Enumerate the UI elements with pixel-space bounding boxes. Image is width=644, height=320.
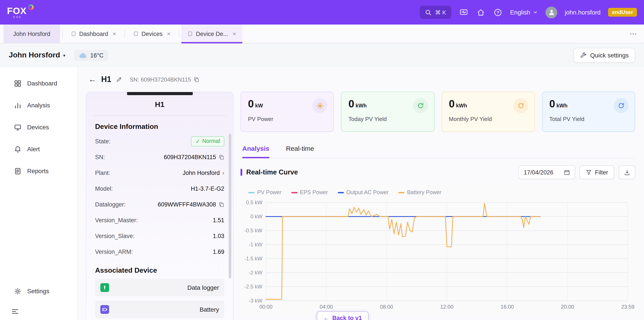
svg-text:0 kW: 0 kW xyxy=(250,213,262,219)
plant-name: John Horsford xyxy=(9,51,60,60)
close-tab-icon[interactable]: × xyxy=(167,30,170,37)
wrench-icon xyxy=(580,52,586,59)
tab-plant-label: John Horsford xyxy=(13,31,50,37)
tab-label: Device De... xyxy=(196,31,228,37)
date-value: 17/04/2026 xyxy=(524,169,553,176)
quick-settings-button[interactable]: Quick settings xyxy=(574,48,635,63)
back-to-v1-button[interactable]: ← Back to v1 xyxy=(317,311,368,320)
associated-datalogger-row[interactable]: Data logger xyxy=(95,279,224,296)
stat-card-monthly-yield: 0kWh Monthly PV Yield xyxy=(442,92,535,132)
realtime-curve-chart[interactable]: PV PowerEPS PowerOutput AC PowerBattery … xyxy=(240,185,635,315)
sidebar-item-analysis[interactable]: Analysis xyxy=(0,94,78,116)
tab-separator xyxy=(124,30,125,38)
info-row-version-slave: Version_Slave: 1.03 xyxy=(95,228,224,244)
device-sn-label: SN: 609H37204BKN115 xyxy=(130,76,191,83)
filter-button[interactable]: Filter xyxy=(580,165,614,179)
legend-item-pv-power[interactable]: PV Power xyxy=(248,189,282,195)
document-icon xyxy=(14,167,22,175)
device-title: H1 xyxy=(101,75,111,84)
legend-swatch xyxy=(338,192,344,193)
info-label: SN: xyxy=(95,154,105,160)
logo-subtext: ESS xyxy=(13,16,26,19)
plant-selector[interactable]: John Horsford ▾ xyxy=(9,51,65,60)
date-picker[interactable]: 17/04/2026 xyxy=(518,165,575,179)
chevron-right-icon[interactable]: › xyxy=(222,169,224,176)
user-avatar[interactable] xyxy=(546,6,558,18)
tab-real-time[interactable]: Real-time xyxy=(286,145,314,158)
associated-device-heading: Associated Device xyxy=(95,266,224,274)
curve-plot[interactable]: 0.5 kW0 kW-0.5 kW-1 kW-1.5 kW-2 kW-2.5 k… xyxy=(240,196,635,315)
sidebar-item-settings[interactable]: Settings xyxy=(0,280,78,302)
svg-text:12:00: 12:00 xyxy=(440,304,454,310)
curve-title-group: Real-time Curve xyxy=(240,168,298,176)
info-row-plant[interactable]: Plant: John Horsford › xyxy=(95,165,224,181)
legend-swatch xyxy=(398,192,404,193)
svg-text:-2 kW: -2 kW xyxy=(248,270,262,275)
close-tab-icon[interactable]: × xyxy=(112,30,116,37)
info-label: Version_ARM: xyxy=(95,248,133,255)
legend-swatch xyxy=(291,192,297,193)
foxess-logo[interactable]: FOX ESS xyxy=(7,6,34,19)
sidebar-item-dashboard[interactable]: Dashboard xyxy=(0,72,78,94)
copy-icon[interactable] xyxy=(194,77,199,82)
info-value: 609H37204BKN115 xyxy=(164,154,224,160)
associated-device-label: Battery xyxy=(200,306,219,313)
legend-item-battery-power[interactable]: Battery Power xyxy=(398,189,442,195)
sidebar-item-alert[interactable]: Alert xyxy=(0,138,78,160)
svg-text:08:00: 08:00 xyxy=(380,304,393,310)
inverter-model-name: H1 xyxy=(95,100,224,109)
tab-analysis[interactable]: Analysis xyxy=(242,145,269,158)
language-selector[interactable]: English xyxy=(510,9,538,16)
stat-label: Monthly PV Yield xyxy=(449,116,528,122)
info-label: Plant: xyxy=(95,169,110,176)
tab-label: Dashboard xyxy=(79,31,108,37)
filter-label: Filter xyxy=(595,169,608,176)
tab-device-detail[interactable]: Device De... × xyxy=(181,25,242,43)
check-icon: ✓ xyxy=(196,138,200,144)
download-button[interactable] xyxy=(618,165,635,179)
sidebar-item-label: Devices xyxy=(27,124,49,131)
home-icon[interactable] xyxy=(476,8,486,17)
tab-dashboard[interactable]: Dashboard × xyxy=(65,25,122,43)
help-icon[interactable]: ? xyxy=(493,8,503,17)
global-search-button[interactable]: ⌘ K xyxy=(420,6,452,19)
page-icon xyxy=(133,31,138,36)
monitor-icon xyxy=(14,123,22,131)
svg-text:-2.5 kW: -2.5 kW xyxy=(244,284,262,289)
info-row-sn: SN: 609H37204BKN115 xyxy=(95,149,224,165)
svg-text:00:00: 00:00 xyxy=(259,304,272,310)
close-tab-icon[interactable]: × xyxy=(233,30,236,37)
info-value: 1.51 xyxy=(213,217,224,223)
page-icon xyxy=(71,31,76,36)
page-body: Dashboard Analysis Devices Alert Reports… xyxy=(0,67,644,320)
copy-icon[interactable] xyxy=(218,201,224,207)
user-name[interactable]: john.horsford xyxy=(565,9,601,16)
sidebar-item-reports[interactable]: Reports xyxy=(0,160,78,182)
status-badge: ✓ Normal xyxy=(191,136,224,146)
cloud-icon xyxy=(79,52,87,58)
svg-text:-1.5 kW: -1.5 kW xyxy=(244,255,262,261)
edit-pencil-icon[interactable] xyxy=(116,76,122,82)
sidebar-item-label: Analysis xyxy=(27,102,50,109)
device-card-scrollbar[interactable] xyxy=(229,134,231,278)
back-icon[interactable]: ← xyxy=(88,75,96,84)
tabs-more-button[interactable]: ⋯ xyxy=(630,25,638,43)
tab-devices[interactable]: Devices × xyxy=(127,25,176,43)
back-to-v1-label: Back to v1 xyxy=(332,314,362,320)
sidebar-collapse-button[interactable] xyxy=(0,302,78,320)
sidebar: Dashboard Analysis Devices Alert Reports… xyxy=(0,67,78,320)
sidebar-item-devices[interactable]: Devices xyxy=(0,116,78,138)
funnel-icon xyxy=(586,169,592,175)
legend-item-output-ac-power[interactable]: Output AC Power xyxy=(338,189,388,195)
stat-label: Today PV Yield xyxy=(348,116,427,122)
copy-icon[interactable] xyxy=(218,154,224,160)
temperature-label: 16°C xyxy=(90,52,104,59)
legend-item-eps-power[interactable]: EPS Power xyxy=(291,189,328,195)
stat-value: 0 xyxy=(449,98,455,110)
info-label: State: xyxy=(95,138,110,144)
tab-plant[interactable]: John Horsford xyxy=(4,25,60,43)
svg-text:20:00: 20:00 xyxy=(561,304,574,310)
feedback-icon[interactable] xyxy=(459,8,468,17)
curve-title: Real-time Curve xyxy=(246,168,298,176)
associated-battery-row[interactable]: Battery xyxy=(95,301,224,318)
